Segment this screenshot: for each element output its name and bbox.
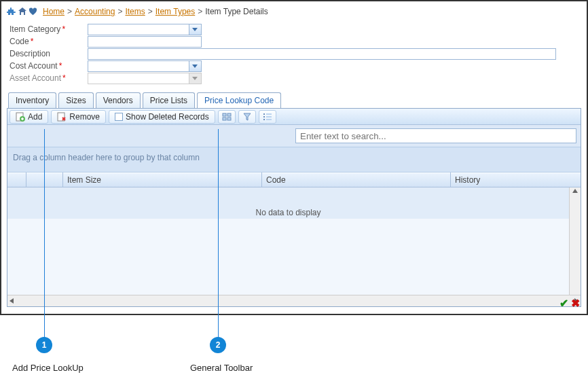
input-code[interactable] — [88, 36, 202, 48]
callout-label-2: General Toolbar — [190, 363, 253, 373]
grid-header-history[interactable]: History — [451, 173, 581, 187]
checkbox-icon — [115, 113, 123, 121]
grid-header: Item Size Code History — [7, 173, 581, 187]
svg-rect-8 — [227, 118, 231, 120]
add-button-label: Add — [28, 112, 42, 122]
grid-empty-text: No data to display — [255, 208, 320, 217]
input-item-category[interactable] — [88, 24, 202, 35]
puzzle-icon — [7, 7, 16, 16]
search-input[interactable] — [295, 128, 576, 143]
heart-icon — [29, 7, 37, 16]
label-cost-account: Cost Account* — [10, 61, 88, 71]
svg-rect-7 — [223, 118, 226, 120]
label-code: Code* — [10, 37, 88, 46]
input-asset-account — [88, 73, 202, 84]
tab-price-lookup-code[interactable]: Price Lookup Code — [197, 92, 281, 108]
remove-button[interactable]: Remove — [51, 110, 106, 124]
remove-button-label: Remove — [69, 112, 100, 122]
svg-rect-13 — [263, 119, 265, 120]
svg-rect-11 — [263, 116, 265, 118]
confirm-button[interactable]: ✔ — [559, 297, 568, 310]
breadcrumb-home[interactable]: Home — [43, 7, 65, 16]
grid-header-item-size[interactable]: Item Size — [63, 173, 262, 187]
grid-toolbar: Add Remove Show Deleted Records — [7, 109, 581, 125]
tab-vendors[interactable]: Vendors — [96, 92, 141, 108]
group-by-zone[interactable]: Drag a column header here to group by th… — [7, 147, 581, 173]
layout-icon — [222, 112, 232, 122]
breadcrumb: Home > Accounting > Items > Item Types >… — [7, 5, 581, 23]
grid-header-selector — [26, 173, 63, 187]
vertical-scrollbar[interactable] — [569, 187, 581, 295]
svg-rect-6 — [227, 113, 231, 116]
filter-icon — [242, 112, 252, 122]
list-icon — [263, 112, 272, 122]
callout-label-1: Add Price LookUp — [12, 363, 84, 373]
svg-rect-14 — [266, 119, 272, 120]
input-cost-account[interactable] — [88, 60, 202, 72]
show-deleted-label: Show Deleted Records — [126, 112, 209, 122]
tab-strip: Inventory Sizes Vendors Price Lists Pric… — [7, 92, 581, 108]
tab-sizes[interactable]: Sizes — [58, 92, 93, 108]
callout-line-2 — [218, 129, 219, 345]
tab-price-lists[interactable]: Price Lists — [143, 92, 195, 108]
callout-bubble-2: 2 — [210, 337, 226, 353]
label-item-category: Item Category* — [10, 24, 88, 34]
form-area: Item Category* Code* Description Cost Ac… — [7, 23, 581, 92]
grid-header-code[interactable]: Code — [262, 173, 451, 187]
add-icon — [16, 112, 25, 122]
callout-line-1 — [44, 129, 45, 345]
svg-rect-9 — [263, 113, 265, 115]
cancel-button[interactable]: ✖ — [571, 297, 580, 310]
home-icon[interactable] — [18, 7, 27, 16]
breadcrumb-items[interactable]: Items — [125, 7, 145, 16]
grid-panel: Add Remove Show Deleted Records — [7, 108, 581, 307]
breadcrumb-current: Item Type Details — [205, 7, 268, 16]
grid-header-indicator — [7, 173, 26, 187]
svg-rect-12 — [266, 116, 272, 118]
input-description[interactable] — [88, 48, 556, 60]
grid-body: No data to display — [7, 187, 581, 295]
remove-icon — [57, 112, 67, 122]
layout-button[interactable] — [218, 110, 236, 124]
breadcrumb-icons — [7, 7, 37, 16]
tab-inventory[interactable]: Inventory — [8, 92, 56, 108]
callout-bubble-1: 1 — [36, 337, 52, 353]
svg-rect-4 — [115, 113, 123, 120]
label-description: Description — [10, 49, 88, 58]
horizontal-scrollbar[interactable] — [7, 295, 581, 306]
breadcrumb-item-types[interactable]: Item Types — [155, 7, 195, 16]
filter-button[interactable] — [238, 110, 256, 124]
svg-rect-10 — [266, 113, 272, 115]
breadcrumb-accounting[interactable]: Accounting — [75, 7, 115, 16]
svg-rect-5 — [223, 113, 226, 116]
list-button[interactable] — [259, 110, 276, 124]
search-bar — [7, 125, 581, 147]
show-deleted-toggle[interactable]: Show Deleted Records — [109, 110, 215, 124]
label-asset-account: Asset Account* — [10, 73, 88, 83]
add-button[interactable]: Add — [10, 110, 48, 124]
